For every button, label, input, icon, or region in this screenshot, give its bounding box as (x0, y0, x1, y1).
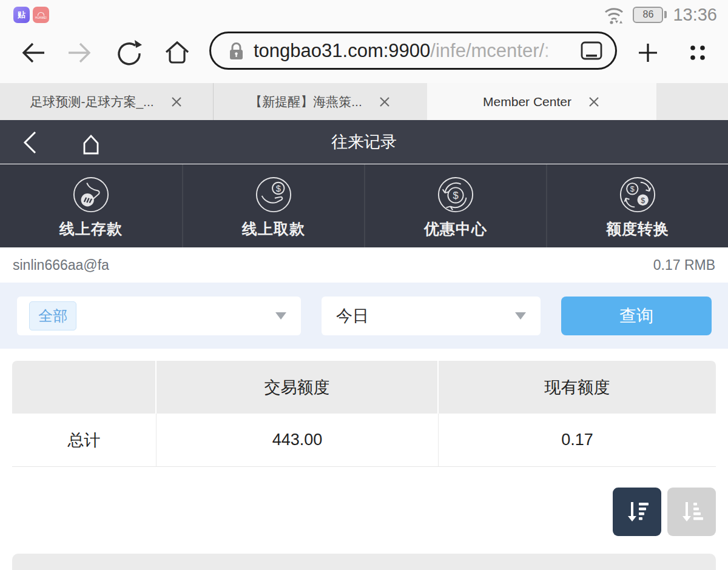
tab-title: Member Center (483, 95, 571, 109)
new-tab-button[interactable] (633, 27, 662, 78)
url-truncated: : (544, 40, 548, 62)
close-tab-icon[interactable] (378, 95, 391, 109)
desktop-mode-icon[interactable] (579, 38, 604, 64)
nav-online-withdraw[interactable]: $ 线上取款 (182, 164, 364, 247)
total-label: 总计 (12, 414, 157, 466)
clock: 13:36 (673, 5, 717, 25)
header-empty-cell (12, 361, 157, 414)
nav-label: 额度转换 (606, 219, 669, 239)
chevron-down-icon (275, 312, 286, 320)
date-filter-value: 今日 (336, 305, 369, 327)
svg-text:$: $ (641, 196, 645, 204)
svg-text:$: $ (453, 189, 458, 200)
page-title: 往来记录 (0, 120, 728, 164)
svg-text:$: $ (276, 184, 281, 193)
menu-button[interactable] (683, 27, 712, 78)
battery-icon: 86 (633, 7, 667, 23)
url-text: tongbao31.com:9900/infe/mcenter/: (254, 40, 579, 62)
status-indicators: 86 13:36 (602, 4, 717, 25)
filter-bar: 全部 今日 查询 (0, 283, 728, 349)
tieba-app-label: 贴 (18, 10, 25, 21)
tab-football-predict[interactable]: 足球预测-足球方案_... (0, 83, 214, 120)
search-button[interactable]: 查询 (561, 297, 712, 335)
account-username: sinlin666aa@fa (13, 257, 109, 273)
tab-strip: 足球预测-足球方案_... 【新提醒】海燕策... Member Center (0, 83, 728, 120)
sort-descending-icon (622, 497, 652, 526)
wifi-icon (602, 4, 627, 25)
date-filter-dropdown[interactable]: 今日 (322, 297, 541, 335)
deposit-icon (72, 176, 110, 213)
total-transaction-amount: 443.00 (157, 414, 439, 466)
tab-member-center-active[interactable]: Member Center (427, 83, 656, 120)
forward-button[interactable] (66, 27, 96, 78)
home-button[interactable] (161, 27, 193, 78)
type-filter-dropdown[interactable]: 全部 (17, 297, 301, 335)
next-table-header-sliver (12, 554, 716, 570)
header-transaction-amount: 交易额度 (157, 361, 439, 414)
reload-icon (115, 39, 143, 67)
close-tab-icon[interactable] (170, 95, 183, 109)
reload-button[interactable] (114, 27, 144, 78)
tab-title: 【新提醒】海燕策... (249, 93, 362, 110)
sort-ascending-icon (677, 497, 706, 526)
close-tab-icon[interactable] (587, 95, 601, 109)
sort-descending-button[interactable] (613, 488, 661, 536)
browser-chrome: 贴 HUAWEI 86 (0, 0, 728, 83)
shopping-bag-icon (38, 12, 44, 16)
nav-credit-transfer[interactable]: $ $ 额度转换 (546, 164, 728, 247)
screen: 贴 HUAWEI 86 (0, 0, 728, 570)
promotion-icon: $ (437, 176, 474, 213)
url-path: /infe/mcenter/ (430, 40, 544, 61)
sort-ascending-button[interactable] (667, 488, 716, 536)
svg-text:$: $ (630, 185, 635, 193)
account-balance: 0.17 RMB (653, 257, 715, 273)
home-icon (163, 38, 192, 67)
table-row-total: 总计 443.00 0.17 (12, 414, 716, 467)
summary-table: 交易额度 现有额度 总计 443.00 0.17 (12, 361, 716, 467)
account-row: sinlin666aa@fa 0.17 RMB (0, 247, 728, 283)
url-bar[interactable]: tongbao31.com:9900/infe/mcenter/: (209, 32, 617, 70)
header-current-amount: 现有额度 (439, 361, 716, 414)
nav-label: 优惠中心 (424, 219, 487, 239)
plus-icon (635, 40, 661, 65)
forward-arrow-icon (67, 39, 95, 67)
tab-title: 足球预测-足球方案_... (30, 93, 153, 110)
nav-label: 线上存款 (59, 219, 123, 239)
huawei-store-app-icon: HUAWEI (33, 7, 49, 23)
nav-promotion-center[interactable]: $ 优惠中心 (364, 164, 546, 247)
nav-online-deposit[interactable]: 线上存款 (0, 164, 182, 247)
tieba-app-icon: 贴 (13, 7, 30, 23)
lock-icon (227, 40, 245, 62)
chevron-down-icon (515, 312, 526, 320)
tab-haiyan-alert[interactable]: 【新提醒】海燕策... (214, 83, 427, 120)
four-dot-menu-icon (687, 42, 709, 64)
page-header: 往来记录 (0, 120, 728, 164)
browser-toolbar: tongbao31.com:9900/infe/mcenter/: (0, 27, 728, 78)
transfer-icon: $ $ (619, 176, 656, 213)
quick-nav: 线上存款 $ 线上取款 $ 优惠中心 (0, 164, 728, 247)
back-button[interactable] (17, 27, 47, 78)
type-filter-value: 全部 (29, 301, 76, 330)
nav-label: 线上取款 (242, 219, 305, 239)
battery-level: 86 (643, 9, 654, 20)
table-header-row: 交易额度 现有额度 (12, 361, 716, 414)
status-bar: 贴 HUAWEI 86 (0, 0, 728, 27)
back-arrow-icon (18, 39, 46, 67)
total-current-amount: 0.17 (439, 414, 716, 466)
huawei-store-label: HUAWEI (35, 16, 47, 19)
withdraw-icon: $ (255, 176, 292, 213)
url-host: tongbao31.com:9900 (254, 40, 430, 61)
